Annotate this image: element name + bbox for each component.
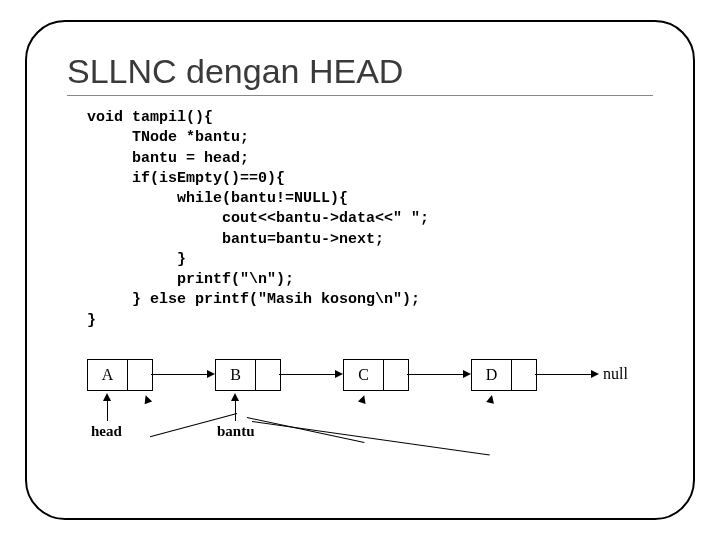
node-b: B (215, 359, 281, 391)
sweep-line (247, 417, 365, 443)
arrow-head-icon (591, 370, 599, 378)
code-line: bantu = head; (87, 150, 249, 167)
node-c: C (343, 359, 409, 391)
arrow-head-icon (207, 370, 215, 378)
arrow-line (151, 374, 211, 375)
arrow-head-icon (463, 370, 471, 378)
head-label: head (91, 423, 122, 440)
node-pointer (384, 360, 408, 390)
arrow-head-up-icon (486, 394, 496, 404)
code-line: } (87, 312, 96, 329)
node-value: D (472, 360, 512, 390)
slide-title: SLLNC dengan HEAD (67, 52, 653, 91)
node-pointer (128, 360, 152, 390)
linked-list-diagram: A B C D null head (87, 359, 653, 479)
pointer-line (107, 399, 108, 421)
node-pointer (512, 360, 536, 390)
arrow-line (535, 374, 595, 375)
code-line: printf("\n"); (87, 271, 294, 288)
node-value: A (88, 360, 128, 390)
pointer-line (235, 399, 236, 421)
node-value: C (344, 360, 384, 390)
node-pointer (256, 360, 280, 390)
node-d: D (471, 359, 537, 391)
slide-frame: SLLNC dengan HEAD void tampil(){ TNode *… (25, 20, 695, 520)
sweep-line (252, 421, 490, 455)
title-underline (67, 95, 653, 96)
arrow-head-up-icon (358, 394, 368, 404)
arrow-head-up-icon (142, 394, 152, 404)
code-line: while(bantu!=NULL){ (87, 190, 348, 207)
code-line: } else printf("Masih kosong\n"); (87, 291, 420, 308)
arrow-line (407, 374, 467, 375)
node-a: A (87, 359, 153, 391)
null-label: null (603, 365, 628, 383)
code-block: void tampil(){ TNode *bantu; bantu = hea… (87, 108, 653, 331)
code-line: TNode *bantu; (87, 129, 249, 146)
code-line: void tampil(){ (87, 109, 213, 126)
code-line: cout<<bantu->data<<" "; (87, 210, 429, 227)
arrow-head-icon (335, 370, 343, 378)
code-line: bantu=bantu->next; (87, 231, 384, 248)
code-line: } (87, 251, 186, 268)
arrow-line (279, 374, 339, 375)
code-line: if(isEmpty()==0){ (87, 170, 285, 187)
node-value: B (216, 360, 256, 390)
bantu-label: bantu (217, 423, 255, 440)
